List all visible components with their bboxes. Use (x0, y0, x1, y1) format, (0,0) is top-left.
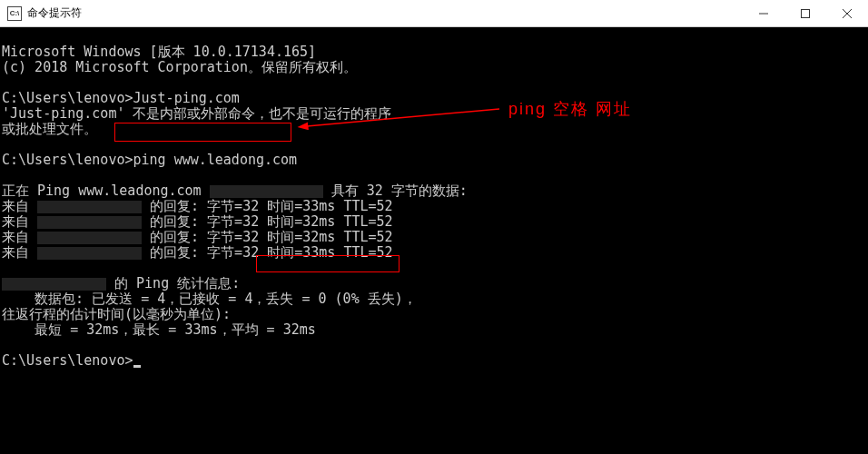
reply-prefix: 来自 (2, 198, 37, 214)
stats-title: 的 Ping 统计信息: (106, 275, 240, 291)
command-1: Just-ping.com (133, 90, 240, 106)
packets-loss: 丢失 = 0 (0% 丢失)， (266, 291, 416, 307)
redacted-ip (2, 278, 106, 291)
reply-prefix: 来自 (2, 213, 37, 230)
prompt-1: C:\Users\lenovo> (2, 90, 133, 106)
window-title: 命令提示符 (27, 5, 743, 21)
cursor (133, 365, 141, 368)
redacted-ip (37, 232, 142, 244)
copyright-line: (c) 2018 Microsoft Corporation。保留所有权利。 (2, 59, 357, 75)
redacted-ip (37, 201, 142, 213)
reply-3: 的回复: 字节=32 时间=32ms TTL=52 (142, 229, 393, 245)
version-line: Microsoft Windows [版本 10.0.17134.165] (2, 44, 316, 60)
error-line-2: 或批处理文件。 (2, 121, 97, 137)
prompt-2: C:\Users\lenovo> (2, 152, 133, 168)
minimize-button[interactable] (743, 0, 784, 26)
reply-2: 的回复: 字节=32 时间=32ms TTL=52 (142, 213, 393, 230)
redacted-ip (37, 247, 142, 260)
maximize-icon (801, 9, 810, 18)
reply-1: 的回复: 字节=32 时间=33ms TTL=52 (142, 198, 393, 214)
terminal-output[interactable]: Microsoft Windows [版本 10.0.17134.165] (c… (0, 27, 868, 369)
maximize-button[interactable] (784, 0, 826, 26)
window-controls (743, 0, 868, 26)
reply-prefix: 来自 (2, 244, 37, 261)
redacted-ip (210, 185, 323, 198)
cmd-icon: C:\ (7, 6, 22, 21)
error-line-1: 'Just-ping.com' 不是内部或外部命令，也不是可运行的程序 (2, 105, 392, 122)
rtt-values: 最短 = 32ms，最长 = 33ms，平均 = 32ms (2, 321, 316, 338)
ping-header-post: 具有 32 字节的数据: (323, 183, 468, 199)
command-2: ping www.leadong.com (133, 152, 298, 168)
redacted-ip (37, 216, 142, 229)
rtt-title: 往返行程的估计时间(以毫秒为单位): (2, 306, 231, 322)
minimize-icon (759, 9, 768, 18)
prompt-3: C:\Users\lenovo> (2, 352, 133, 369)
svg-rect-1 (802, 9, 810, 17)
close-icon (843, 9, 852, 18)
close-button[interactable] (826, 0, 868, 26)
reply-prefix: 来自 (2, 229, 37, 245)
window-titlebar: C:\ 命令提示符 (0, 0, 868, 27)
ping-header-pre: 正在 Ping www.leadong.com (2, 183, 210, 199)
packets-pre: 数据包: 已发送 = 4，已接收 = 4， (2, 291, 266, 307)
reply-4: 的回复: 字节=32 时间=33ms TTL=52 (142, 244, 393, 261)
annotation-text: ping 空格 网址 (508, 98, 632, 120)
